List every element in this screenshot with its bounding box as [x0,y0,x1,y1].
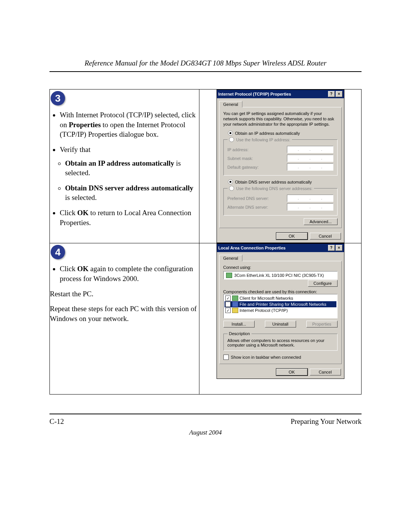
install-button[interactable]: Install... [223,321,255,328]
use-dns-fieldset: Use the following DNS server addresses: … [223,186,338,216]
page-date: August 2004 [49,429,362,436]
step4-bullet-1: Click OK again to complete the configura… [60,264,199,283]
radio-obtain-dns-auto[interactable]: Obtain DNS server address automatically [228,179,338,184]
advanced-button[interactable]: Advanced... [304,218,337,225]
step-3-badge: 3 [51,91,65,105]
radio-use-dns[interactable]: Use the following DNS server addresses: [229,186,313,191]
ok-button[interactable]: OK [276,369,307,375]
use-ip-fieldset: Use the following IP address: IP address… [223,137,338,176]
tab-general[interactable]: General [219,255,242,261]
ip-address-input: ... [287,146,333,153]
dialog-title: Local Area Connection Properties [218,246,286,250]
configure-button[interactable]: Configure [308,280,338,287]
nic-display: 3Com EtherLink XL 10/100 PCI NIC (3C905-… [223,271,338,280]
components-label: Components checked are used by this conn… [223,289,338,294]
component-label: File and Printer Sharing for Microsoft N… [240,302,327,307]
section-title: Preparing Your Network [291,417,362,426]
close-icon[interactable]: × [336,91,342,97]
dialog-title: Internet Protocol (TCP/IP) Properties [218,92,291,96]
step3-bullet-1: With Internet Protocol (TCP/IP) selected… [60,110,199,139]
dialog-titlebar: Local Area Connection Properties ? × [217,244,344,252]
step4-para-2: Repeat these steps for each PC with this… [50,304,199,323]
step3-bullet-2: Verify that Obtain an IP address automat… [60,145,199,203]
gateway-input: ... [287,163,333,171]
alt-dns-input: ... [287,203,333,211]
radio-use-ip[interactable]: Use the following IP address: [229,137,290,142]
subnet-label: Subnet mask: [228,156,253,161]
list-item[interactable]: ✓Client for Microsoft Networks [225,295,336,301]
lac-properties-dialog: Local Area Connection Properties ? × Gen… [217,243,344,379]
checkbox-icon[interactable] [225,302,231,307]
step3-screenshot-cell: Internet Protocol (TCP/IP) Properties ? … [199,89,362,243]
component-icon [232,308,238,313]
dialog-intro-text: You can get IP settings assigned automat… [223,111,338,127]
component-icon [232,296,238,301]
tab-general[interactable]: General [219,101,242,107]
checkbox-icon[interactable]: ✓ [225,296,231,301]
connect-using-label: Connect using: [223,265,338,270]
step3-bullet-2a: Obtain an IP address automatically is se… [65,158,199,178]
subnet-input: ... [287,155,333,162]
close-icon[interactable]: × [336,245,342,251]
step3-text-cell: 3 With Internet Protocol (TCP/IP) select… [50,89,199,243]
page-number: C-12 [49,417,64,426]
step3-bullet-3: Click OK to return to Local Area Connect… [60,208,199,227]
cancel-button[interactable]: Cancel [310,233,341,240]
show-icon-checkbox[interactable]: Show icon in taskbar when connected [223,355,338,360]
radio-obtain-ip-auto[interactable]: Obtain an IP address automatically [228,131,338,136]
gateway-label: Default gateway: [228,165,259,169]
step4-screenshot-cell: Local Area Connection Properties ? × Gen… [199,243,362,395]
steps-table: 3 With Internet Protocol (TCP/IP) select… [49,89,362,395]
running-header: Reference Manual for the Model DG834GT 1… [49,59,362,72]
cancel-button[interactable]: Cancel [310,369,341,375]
alt-dns-label: Alternate DNS server: [228,205,268,209]
step3-bullet-2b: Obtain DNS server address automatically … [65,183,199,203]
pref-dns-input: ... [287,195,333,202]
component-icon [232,302,238,307]
description-text: Allows other computers to access resourc… [228,338,333,347]
component-label: Internet Protocol (TCP/IP) [240,308,288,313]
components-list[interactable]: ✓Client for Microsoft NetworksFile and P… [223,294,338,318]
checkbox-icon[interactable]: ✓ [225,308,231,313]
step4-text-cell: 4 Click OK again to complete the configu… [50,243,199,395]
uninstall-button[interactable]: Uninstall [265,321,296,328]
list-item[interactable]: File and Printer Sharing for Microsoft N… [225,301,336,307]
step-4-badge: 4 [51,245,65,259]
dialog-titlebar: Internet Protocol (TCP/IP) Properties ? … [217,90,344,98]
nic-icon [226,273,232,278]
help-icon[interactable]: ? [328,91,335,97]
description-fieldset: Description Allows other computers to ac… [223,331,338,351]
tcpip-properties-dialog: Internet Protocol (TCP/IP) Properties ? … [217,89,344,243]
properties-button[interactable]: Properties [306,321,338,328]
ok-button[interactable]: OK [276,233,307,240]
component-label: Client for Microsoft Networks [240,296,293,300]
page-footer: C-12 Preparing Your Network [49,414,362,426]
ip-address-label: IP address: [228,147,249,152]
pref-dns-label: Preferred DNS server: [228,196,269,201]
help-icon[interactable]: ? [328,245,335,251]
step4-para-1: Restart the PC. [50,289,199,299]
list-item[interactable]: ✓Internet Protocol (TCP/IP) [225,307,336,313]
